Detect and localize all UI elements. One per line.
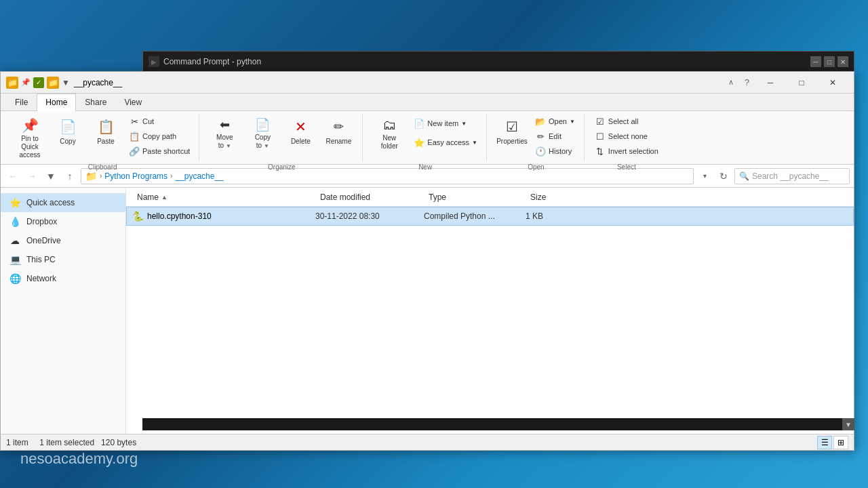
- cmd-close-button[interactable]: ✕: [837, 56, 848, 67]
- open-icon: 📂: [535, 116, 546, 127]
- tab-file[interactable]: File: [6, 94, 37, 111]
- paste-button[interactable]: 📋 Paste: [87, 114, 124, 152]
- forward-button[interactable]: →: [24, 168, 40, 184]
- path-python-programs[interactable]: Python Programs: [104, 171, 167, 181]
- cmd-icon: ▶: [149, 56, 159, 67]
- explorer-close-button[interactable]: ✕: [817, 72, 848, 94]
- address-path[interactable]: 📁 › Python Programs › __pycache__: [81, 168, 694, 184]
- delete-button[interactable]: ✕ Delete: [282, 114, 319, 152]
- move-to-button[interactable]: ⬅ Moveto ▼: [206, 114, 243, 152]
- select-none-button[interactable]: ☐ Select none: [591, 129, 662, 144]
- select-all-button[interactable]: ☑ Select all: [591, 114, 662, 129]
- explorer-titlebar: 📌 ✓ 📁 ▼ __pycache__ ∧ ? ─ □ ✕: [1, 72, 854, 94]
- sidebar-item-quick-access[interactable]: ⭐ Quick access: [1, 193, 125, 212]
- sidebar-item-onedrive[interactable]: ☁ OneDrive: [1, 231, 125, 250]
- select-group-label: Select: [617, 163, 636, 171]
- path-dropdown-button[interactable]: ▾: [696, 168, 713, 184]
- properties-label: Properties: [496, 138, 528, 146]
- col-header-size[interactable]: Size: [525, 188, 579, 206]
- select-none-label: Select none: [608, 132, 648, 140]
- new-item-button[interactable]: 📄 New item ▼: [410, 116, 481, 131]
- table-row[interactable]: 🐍 hello.cpython-310 30-11-2022 08:30 Com…: [126, 207, 854, 226]
- path-pycache[interactable]: __pycache__: [175, 171, 223, 181]
- title-folder-icon: 📁: [47, 77, 59, 89]
- ribbon-group-new: 🗂 Newfolder 📄 New item ▼ ⭐ Easy access ▼: [364, 114, 487, 161]
- open-label: Open: [549, 117, 567, 125]
- details-view-button[interactable]: ☰: [817, 436, 832, 449]
- help-icon[interactable]: ?: [739, 72, 755, 94]
- open-small-group: 📂 Open ▼ ✏ Edit 🕐 History: [532, 114, 578, 152]
- col-header-name[interactable]: Name ▲: [132, 188, 315, 206]
- file-size: 1 KB: [526, 211, 543, 221]
- clipboard-small-group: ✂ Cut 📋 Copy path 🔗 Paste shortcut: [125, 114, 193, 152]
- large-icons-view-button[interactable]: ⊞: [833, 436, 848, 449]
- sidebar-label-network: Network: [26, 274, 56, 283]
- tab-view[interactable]: View: [115, 94, 151, 111]
- pin-icon: 📌: [20, 117, 39, 134]
- explorer-title: __pycache__: [74, 78, 719, 87]
- refresh-button[interactable]: ↻: [715, 168, 732, 184]
- ribbon: File Home Share View 📌 Pin to Quickacces…: [1, 94, 854, 165]
- path-separator-1: ›: [100, 172, 102, 180]
- search-icon: 🔍: [739, 171, 749, 181]
- copy-to-button[interactable]: 📄 Copyto ▼: [244, 114, 281, 152]
- new-folder-button[interactable]: 🗂 Newfolder: [370, 114, 409, 152]
- sidebar: ⭐ Quick access 💧 Dropbox ☁ OneDrive 💻 Th…: [1, 188, 126, 434]
- file-name-cell: 🐍 hello.cpython-310: [132, 211, 315, 222]
- file-modified: 30-11-2022 08:30: [315, 211, 380, 221]
- search-box[interactable]: 🔍 Search __pycache__: [734, 168, 850, 184]
- tab-home[interactable]: Home: [37, 94, 76, 111]
- copy-button[interactable]: 📄 Copy: [50, 114, 86, 152]
- back-button[interactable]: ←: [5, 168, 21, 184]
- ribbon-group-open: ☑ Properties 📂 Open ▼ ✏ Edit 🕐: [488, 114, 585, 161]
- edit-button[interactable]: ✏ Edit: [532, 129, 578, 144]
- rename-button[interactable]: ✏ Rename: [320, 114, 357, 152]
- new-item-dropdown-icon: ▼: [461, 121, 467, 127]
- cmd-scrollbar[interactable]: ▼: [142, 418, 854, 430]
- properties-icon: ☑: [502, 117, 521, 136]
- col-modified-label: Date modified: [320, 192, 370, 202]
- col-header-modified[interactable]: Date modified: [315, 188, 423, 206]
- dropdown-button[interactable]: ▼: [43, 168, 59, 184]
- col-type-label: Type: [429, 192, 446, 202]
- save-icon: ✓: [33, 77, 44, 88]
- onedrive-icon: ☁: [9, 235, 21, 247]
- sidebar-item-this-pc[interactable]: 💻 This PC: [1, 250, 125, 269]
- ribbon-group-select: ☑ Select all ☐ Select none ⇅ Invert sele…: [586, 114, 667, 161]
- explorer-minimize-button[interactable]: ─: [755, 72, 786, 94]
- sort-arrow-icon: ▲: [161, 194, 167, 201]
- open-button[interactable]: 📂 Open ▼: [532, 114, 578, 129]
- path-folder-icon: 📁: [85, 171, 97, 182]
- sidebar-item-network[interactable]: 🌐 Network: [1, 269, 125, 288]
- ribbon-collapse-icon[interactable]: ∧: [723, 72, 739, 94]
- copy-to-label: Copyto ▼: [255, 134, 271, 150]
- selected-info: 1 item selected: [39, 438, 94, 447]
- easy-access-button[interactable]: ⭐ Easy access ▼: [410, 135, 481, 150]
- watermark-text: nesoacademy.org: [20, 450, 138, 468]
- easy-access-label: Easy access: [427, 138, 469, 146]
- tab-share[interactable]: Share: [76, 94, 115, 111]
- cmd-maximize-button[interactable]: □: [824, 56, 835, 67]
- up-button[interactable]: ↑: [62, 168, 78, 184]
- select-all-icon: ☑: [595, 116, 606, 127]
- invert-selection-button[interactable]: ⇅ Invert selection: [591, 144, 662, 159]
- explorer-maximize-button[interactable]: □: [786, 72, 817, 94]
- sidebar-item-dropbox[interactable]: 💧 Dropbox: [1, 212, 125, 231]
- network-icon: 🌐: [9, 272, 21, 285]
- titlebar-controls: ∧ ? ─ □ ✕: [723, 72, 848, 94]
- col-header-type[interactable]: Type: [423, 188, 525, 206]
- col-size-label: Size: [530, 192, 546, 202]
- rename-label: Rename: [326, 138, 351, 146]
- copy-path-button[interactable]: 📋 Copy path: [125, 129, 193, 144]
- properties-button[interactable]: ☑ Properties: [494, 114, 530, 152]
- edit-icon: ✏: [535, 131, 546, 142]
- history-button[interactable]: 🕐 History: [532, 144, 578, 159]
- cmd-minimize-button[interactable]: ─: [810, 56, 821, 67]
- cmd-title: Command Prompt - python: [163, 57, 806, 66]
- pin-icon: 📌: [21, 78, 31, 87]
- pin-to-quick-access-button[interactable]: 📌 Pin to Quickaccess: [12, 114, 48, 152]
- quick-access-icon: ⭐: [9, 197, 21, 209]
- file-modified-cell: 30-11-2022 08:30: [315, 211, 424, 221]
- paste-shortcut-button[interactable]: 🔗 Paste shortcut: [125, 144, 193, 159]
- cut-button[interactable]: ✂ Cut: [125, 114, 193, 129]
